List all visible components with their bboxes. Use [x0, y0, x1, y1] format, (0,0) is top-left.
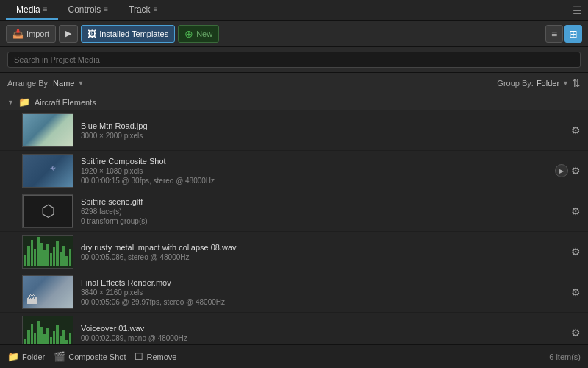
thumb-3d: ⬡: [23, 195, 73, 227]
bar: [31, 240, 33, 266]
group-label: Group By:: [497, 79, 534, 88]
tab-media[interactable]: Media ≡: [6, 0, 58, 20]
search-bar: [0, 47, 588, 73]
list-item: Blue Mtn Road.jpg 3000 × 2000 pixels ⚙: [0, 110, 588, 151]
folder-button[interactable]: 📁 Folder: [7, 351, 45, 362]
media-actions: ⚙: [571, 124, 581, 136]
remove-label: Remove: [146, 353, 176, 361]
toolbar: 📥 Import ▶ 🖼 Installed Templates ⊕ New ≡…: [0, 21, 588, 47]
audio-waveform: [24, 237, 71, 266]
bar: [24, 255, 26, 266]
installed-templates-button[interactable]: 🖼 Installed Templates: [81, 25, 175, 43]
bar: [46, 244, 49, 266]
grid-view-button[interactable]: ⊞: [564, 25, 582, 43]
thumbnail: [22, 154, 74, 188]
list-item: ⬡ Spitfire scene.gltf 6298 face(s) 0 tra…: [0, 191, 588, 232]
media-meta1: 6298 face(s): [81, 208, 564, 216]
search-input[interactable]: [7, 52, 581, 68]
media-meta2: 00:00:00:15 @ 30fps, stereo @ 48000Hz: [81, 177, 548, 185]
view-toggle: ≡ ⊞: [545, 25, 582, 43]
media-meta1: 00:00:02.089, mono @ 48000Hz: [81, 334, 564, 342]
media-actions: ⚙: [571, 286, 581, 298]
thumbnail: [22, 235, 74, 269]
settings-icon[interactable]: ⚙: [571, 205, 581, 217]
bar: [37, 237, 39, 266]
settings-icon[interactable]: ⚙: [571, 286, 581, 298]
nav-menu-icon[interactable]: ☰: [573, 4, 582, 16]
remove-icon: ☐: [135, 351, 143, 362]
item-count: 6 item(s): [549, 353, 581, 361]
media-meta2: 00:00:05:06 @ 29.97fps, stereo @ 48000Hz: [81, 298, 564, 306]
tab-media-dots: ≡: [43, 5, 48, 13]
sort-icon[interactable]: ⇅: [572, 77, 581, 89]
thumbnail: [22, 113, 74, 147]
bar: [34, 249, 36, 266]
tab-controls-dots: ≡: [104, 5, 108, 13]
settings-icon[interactable]: ⚙: [571, 246, 581, 258]
bar: [56, 325, 58, 347]
media-name: Blue Mtn Road.jpg: [81, 121, 564, 130]
play-icon: ▶: [65, 29, 71, 38]
top-nav: Media ≡ Controls ≡ Track ≡ ☰: [0, 0, 588, 21]
tab-media-label: Media: [16, 4, 40, 15]
thumb-audio: [23, 316, 73, 347]
bar: [27, 246, 29, 266]
new-label: New: [196, 29, 212, 38]
media-name: Spitfire Composite Shot: [81, 157, 548, 166]
arrange-value: Name: [53, 79, 74, 88]
settings-icon[interactable]: ⚙: [571, 327, 581, 339]
arrange-bar: Arrange By: Name ▼ Group By: Folder ▼ ⇅: [0, 73, 588, 93]
remove-button[interactable]: ☐ Remove: [135, 351, 176, 362]
media-list: ▼ 📁 Aircraft Elements Blue Mtn Road.jpg …: [0, 93, 588, 347]
new-plus-icon: ⊕: [184, 28, 193, 40]
tab-track[interactable]: Track ≡: [118, 0, 168, 20]
folder-icon: 📁: [7, 351, 19, 362]
media-meta1: 1920 × 1080 pixels: [81, 167, 548, 175]
import-icon: 📥: [12, 29, 24, 39]
settings-icon[interactable]: ⚙: [571, 165, 581, 177]
cube-icon: ⬡: [41, 202, 55, 221]
bar: [37, 321, 39, 347]
media-info: Spitfire Composite Shot 1920 × 1080 pixe…: [81, 157, 548, 185]
thumbnail: [22, 316, 74, 347]
media-actions: ⚙: [571, 246, 581, 258]
list-view-button[interactable]: ≡: [545, 25, 563, 43]
folder-row[interactable]: ▼ 📁 Aircraft Elements: [0, 93, 588, 110]
play-button[interactable]: ▶: [59, 25, 78, 43]
audio-waveform: [24, 318, 71, 347]
arrange-select[interactable]: Name ▼: [53, 79, 84, 88]
thumb-image: [23, 114, 73, 146]
folder-chevron-icon: ▼: [7, 99, 14, 106]
group-value: Folder: [537, 79, 559, 88]
folder-label: Folder: [22, 353, 45, 361]
media-info: Spitfire scene.gltf 6298 face(s) 0 trans…: [81, 197, 564, 225]
tab-controls[interactable]: Controls ≡: [58, 0, 119, 20]
import-label: Import: [26, 29, 49, 38]
import-button[interactable]: 📥 Import: [6, 25, 56, 43]
list-item: dry rusty metal impact with collapse 08.…: [0, 232, 588, 272]
media-name: Final Effects Render.mov: [81, 278, 564, 287]
templates-icon: 🖼: [87, 29, 96, 39]
media-meta1: 3840 × 2160 pixels: [81, 289, 564, 297]
tab-track-dots: ≡: [154, 5, 158, 13]
bar: [69, 249, 71, 266]
media-meta2: 0 transform group(s): [81, 217, 564, 225]
play-button[interactable]: ▶: [555, 164, 568, 177]
bottom-bar: 📁 Folder 🎬 Composite Shot ☐ Remove 6 ite…: [0, 344, 588, 368]
media-actions: ⚙: [571, 205, 581, 217]
composite-shot-button[interactable]: 🎬 Composite Shot: [54, 351, 126, 362]
list-item: Spitfire Composite Shot 1920 × 1080 pixe…: [0, 151, 588, 191]
bar: [40, 243, 43, 266]
group-select[interactable]: Folder ▼: [537, 79, 569, 88]
list-item: Final Effects Render.mov 3840 × 2160 pix…: [0, 272, 588, 313]
settings-icon[interactable]: ⚙: [571, 124, 581, 136]
new-button[interactable]: ⊕ New: [178, 25, 219, 43]
bar: [40, 327, 43, 347]
bar: [62, 246, 65, 266]
bar: [50, 253, 52, 266]
bar: [60, 252, 62, 266]
arrange-label: Arrange By:: [7, 79, 50, 88]
group-chevron-icon: ▼: [562, 79, 569, 87]
media-meta1: 3000 × 2000 pixels: [81, 132, 564, 140]
media-actions: ▶ ⚙: [555, 164, 581, 177]
